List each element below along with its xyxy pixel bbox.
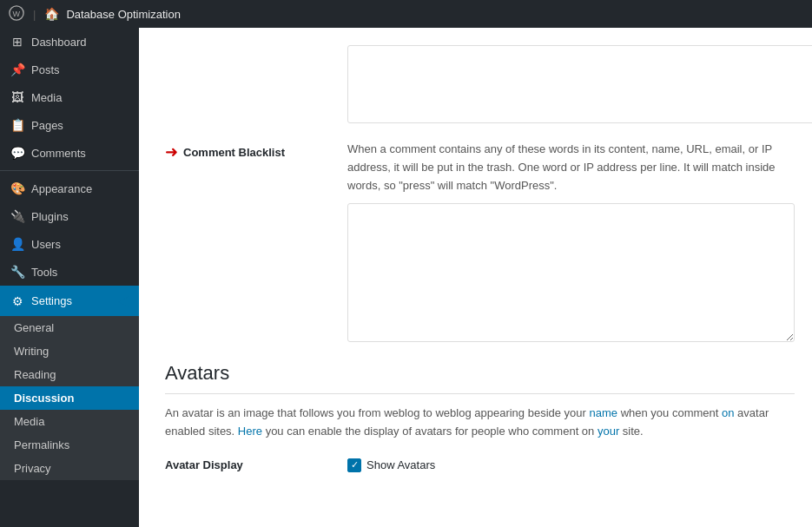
comment-blacklist-label: Comment Blacklist: [183, 146, 285, 159]
avatar-here-link[interactable]: Here: [238, 425, 262, 438]
sidebar-submenu-permalinks[interactable]: Permalinks: [0, 433, 139, 457]
sidebar-submenu-discussion[interactable]: Discussion: [0, 386, 139, 410]
sidebar-item-pages[interactable]: 📋 Pages: [0, 111, 139, 139]
show-avatars-checkbox[interactable]: [347, 458, 361, 472]
comments-icon: 💬: [10, 146, 24, 160]
general-label: General: [14, 321, 54, 334]
avatar-display-content: Show Avatars: [347, 458, 435, 472]
discussion-label: Discussion: [14, 392, 74, 405]
avatars-title: Avatars: [165, 362, 795, 394]
blacklist-description: When a comment contains any of these wor…: [347, 141, 795, 194]
moderation-textarea[interactable]: [347, 45, 812, 123]
avatar-name-link[interactable]: name: [590, 406, 618, 419]
settings-icon: ⚙: [10, 294, 24, 308]
comment-blacklist-content: When a comment contains any of these wor…: [347, 141, 795, 345]
sidebar-submenu-privacy[interactable]: Privacy: [0, 457, 139, 480]
sidebar-item-settings[interactable]: ⚙ Settings ◀: [0, 286, 139, 316]
topbar-title: Database Optimization: [66, 8, 181, 21]
sidebar-label-comments: Comments: [31, 147, 86, 160]
writing-label: Writing: [14, 345, 49, 358]
topbar-icon: 🏠: [44, 7, 59, 21]
sidebar-label-settings: Settings: [31, 294, 72, 307]
sidebar-item-posts[interactable]: 📌 Posts: [0, 56, 139, 83]
top-bar: W | 🏠 Database Optimization: [0, 0, 812, 28]
reading-label: Reading: [14, 368, 56, 381]
content-area: ➜ Comment Blacklist When a comment conta…: [139, 28, 812, 527]
sidebar: ⊞ Dashboard 📌 Posts 🖼 Media 📋 Pages 💬 Co…: [0, 28, 139, 527]
sidebar-label-tools: Tools: [31, 266, 57, 279]
comment-blacklist-label-col: ➜ Comment Blacklist: [165, 141, 347, 160]
sidebar-label-pages: Pages: [31, 119, 63, 132]
show-avatars-label: Show Avatars: [366, 458, 435, 471]
sidebar-divider-1: [0, 170, 139, 171]
sidebar-item-media[interactable]: 🖼 Media: [0, 83, 139, 111]
tools-icon: 🔧: [10, 265, 24, 279]
media-sub-label: Media: [14, 415, 44, 428]
sidebar-item-plugins[interactable]: 🔌 Plugins: [0, 202, 139, 230]
avatar-display-label: Avatar Display: [165, 458, 347, 471]
sidebar-item-users[interactable]: 👤 Users: [0, 230, 139, 258]
avatar-your-link[interactable]: your: [597, 425, 619, 438]
sidebar-label-appearance: Appearance: [31, 182, 92, 195]
sidebar-item-dashboard[interactable]: ⊞ Dashboard: [0, 28, 139, 56]
sidebar-item-comments[interactable]: 💬 Comments: [0, 139, 139, 167]
media-icon: 🖼: [10, 90, 24, 104]
avatar-description: An avatar is an image that follows you f…: [165, 405, 795, 441]
privacy-label: Privacy: [14, 462, 51, 475]
topbar-separator: |: [33, 8, 36, 21]
comment-blacklist-section: ➜ Comment Blacklist When a comment conta…: [165, 141, 795, 345]
avatars-section: Avatars An avatar is an image that follo…: [165, 362, 795, 472]
plugins-icon: 🔌: [10, 209, 24, 223]
content-inner: ➜ Comment Blacklist When a comment conta…: [139, 28, 812, 527]
avatar-display-row: Avatar Display Show Avatars: [165, 458, 795, 472]
sidebar-label-users: Users: [31, 238, 61, 251]
sidebar-submenu-media[interactable]: Media: [0, 410, 139, 433]
sidebar-submenu-writing[interactable]: Writing: [0, 339, 139, 363]
dashboard-icon: ⊞: [10, 35, 24, 49]
sidebar-label-plugins: Plugins: [31, 210, 69, 223]
blacklist-textarea[interactable]: [347, 203, 795, 342]
sidebar-label-posts: Posts: [31, 63, 60, 76]
settings-submenu: General Writing Reading Discussion Media…: [0, 316, 139, 480]
sidebar-submenu-reading[interactable]: Reading: [0, 363, 139, 386]
sidebar-submenu-general[interactable]: General: [0, 316, 139, 339]
settings-arrow-icon: ◀: [118, 293, 129, 309]
wp-logo-icon: W: [9, 5, 24, 23]
pages-icon: 📋: [10, 118, 24, 132]
permalinks-label: Permalinks: [14, 438, 69, 451]
sidebar-item-appearance[interactable]: 🎨 Appearance: [0, 175, 139, 202]
svg-text:W: W: [13, 9, 21, 17]
posts-icon: 📌: [10, 63, 24, 76]
arrow-indicator-icon: ➜: [165, 144, 178, 160]
appearance-icon: 🎨: [10, 181, 24, 195]
sidebar-item-tools[interactable]: 🔧 Tools: [0, 258, 139, 286]
users-icon: 👤: [10, 237, 24, 251]
sidebar-label-dashboard: Dashboard: [31, 36, 87, 49]
avatar-on-link[interactable]: on: [722, 406, 734, 419]
sidebar-label-media: Media: [31, 91, 62, 104]
